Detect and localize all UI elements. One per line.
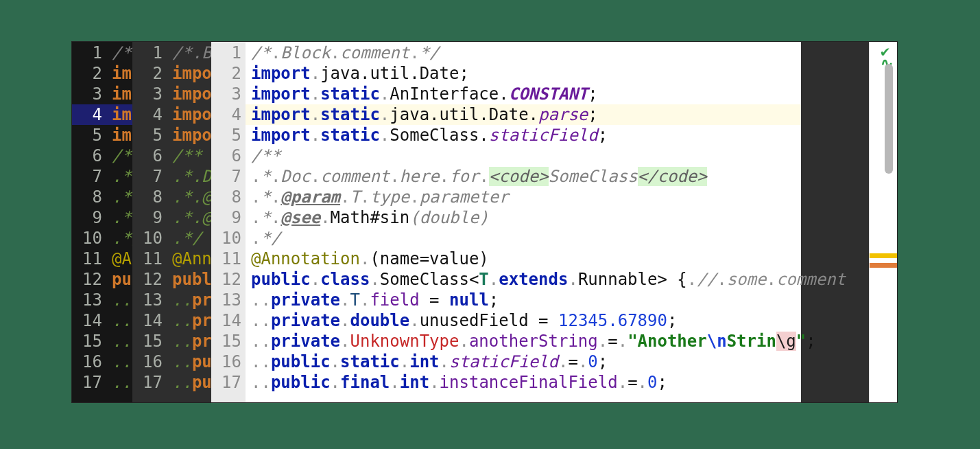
token: . — [340, 311, 350, 330]
code-line[interactable]: .*/ — [246, 228, 801, 249]
marker-error[interactable] — [870, 263, 897, 268]
line-number[interactable]: 12 — [72, 269, 106, 290]
token: .. — [251, 290, 271, 310]
token: = — [420, 290, 449, 310]
line-number[interactable]: 11 — [72, 249, 106, 269]
line-number[interactable]: 5 — [72, 125, 106, 146]
line-number[interactable]: 2 — [72, 63, 106, 84]
line-number[interactable]: 13 — [132, 290, 167, 310]
line-number[interactable]: 8 — [132, 187, 167, 207]
line-number[interactable]: 1 — [132, 43, 167, 63]
code-line[interactable]: import.static.java.util.Date.parse; — [246, 104, 801, 125]
line-number[interactable]: 11 — [132, 249, 167, 269]
line-number[interactable]: 3 — [72, 84, 106, 104]
line-number[interactable]: 15 — [72, 331, 106, 352]
line-number[interactable]: 17 — [132, 372, 167, 393]
code-line[interactable]: ..public.static.int.staticField.=.0; — [246, 352, 801, 372]
token: . — [440, 352, 449, 371]
gutter-peek-1: 1234567891011121314151617 — [72, 42, 106, 402]
token: . — [172, 187, 182, 207]
line-number[interactable]: 17 — [211, 372, 246, 393]
code-line[interactable]: @Annotation.(name=value) — [246, 249, 801, 269]
line-number[interactable]: 7 — [72, 166, 106, 187]
line-number[interactable]: 1 — [72, 43, 106, 63]
editor-main[interactable]: 1234567891011121314151617 /*.Block.comme… — [211, 42, 897, 402]
gutter-main[interactable]: 1234567891011121314151617 — [211, 42, 246, 402]
line-number[interactable]: 4 — [72, 104, 106, 125]
line-number[interactable]: 7 — [132, 166, 167, 187]
code-line[interactable]: .*.@param.T.type.parameter — [246, 187, 801, 207]
line-number[interactable]: 14 — [72, 310, 106, 331]
line-number[interactable]: 13 — [211, 290, 246, 310]
marker-bar[interactable]: ✔∿ — [869, 42, 897, 402]
line-number[interactable]: 6 — [72, 146, 106, 166]
code-line[interactable]: .*.Doc.comment.here.for.<code>SomeClass<… — [246, 166, 801, 187]
token: null — [449, 290, 489, 310]
line-number[interactable]: 12 — [132, 269, 167, 290]
line-number[interactable]: 5 — [211, 125, 246, 146]
token: pr — [192, 332, 212, 351]
line-number[interactable]: 15 — [211, 331, 246, 352]
code-line[interactable]: import.java.util.Date; — [246, 63, 801, 84]
line-number[interactable]: 9 — [211, 207, 246, 228]
line-number[interactable]: 9 — [72, 207, 106, 228]
token: */ — [420, 43, 440, 62]
marker-warning[interactable] — [870, 253, 897, 258]
token: . — [360, 290, 370, 310]
token: . — [311, 105, 320, 124]
token: impo — [172, 64, 212, 83]
token: = — [608, 332, 617, 351]
token: . — [172, 167, 182, 186]
line-number[interactable]: 3 — [211, 84, 246, 104]
code-line[interactable]: import.static.AnInterface.CONSTANT; — [246, 84, 801, 104]
line-number[interactable]: 1 — [211, 43, 246, 63]
scrollbar-thumb[interactable] — [885, 64, 893, 174]
line-number[interactable]: 6 — [132, 146, 167, 166]
token: @Ann — [172, 249, 212, 268]
line-number[interactable]: 4 — [211, 104, 246, 125]
token: // — [697, 270, 717, 289]
token: * — [182, 208, 191, 227]
line-number[interactable]: 14 — [211, 310, 246, 331]
token: .. — [251, 311, 271, 330]
line-number[interactable]: 8 — [72, 187, 106, 207]
code-line[interactable]: .*.@see.Math#sin(double) — [246, 207, 801, 228]
line-number[interactable]: 8 — [211, 187, 246, 207]
line-number[interactable]: 10 — [211, 228, 246, 249]
line-number[interactable]: 9 — [132, 207, 167, 228]
token: . — [598, 332, 608, 351]
code-line[interactable]: /** — [246, 146, 801, 166]
code-line[interactable]: import.static.SomeClass.staticField; — [246, 125, 801, 146]
line-number[interactable]: 2 — [211, 63, 246, 84]
code-line[interactable]: public.class.SomeClass<T.extends.Runnabl… — [246, 269, 801, 290]
editor-frame: 1234567891011121314151617 /*.Bimpoimpoim… — [71, 41, 898, 403]
code-main[interactable]: /*.Block.comment.*/import.java.util.Date… — [246, 42, 801, 402]
line-number[interactable]: 4 — [132, 104, 167, 125]
token: ; — [598, 352, 608, 371]
line-number[interactable]: 6 — [211, 146, 246, 166]
line-number[interactable]: 14 — [132, 310, 167, 331]
line-number[interactable]: 3 — [132, 84, 167, 104]
code-line[interactable]: ..public.final.int.instanceFinalField.=.… — [246, 372, 801, 393]
line-number[interactable]: 13 — [72, 290, 106, 310]
line-number[interactable]: 11 — [211, 249, 246, 269]
line-number[interactable]: 10 — [132, 228, 167, 249]
code-line[interactable]: ..private.double.unusedField = 12345.678… — [246, 310, 801, 331]
line-number[interactable]: 16 — [132, 352, 167, 372]
line-number[interactable]: 15 — [132, 331, 167, 352]
line-number[interactable]: 7 — [211, 166, 246, 187]
line-number[interactable]: 10 — [72, 228, 106, 249]
code-line[interactable]: ..private.UnknownType.anotherString.=."A… — [246, 331, 801, 352]
token: . — [271, 208, 280, 227]
token: . — [311, 64, 320, 83]
token: ; — [588, 84, 597, 104]
line-number[interactable]: 2 — [132, 63, 167, 84]
line-number[interactable]: 16 — [211, 352, 246, 372]
line-number[interactable]: 16 — [72, 352, 106, 372]
code-line[interactable]: ..private.T.field = null; — [246, 290, 801, 310]
line-number[interactable]: 5 — [132, 125, 167, 146]
code-line[interactable]: /*.Block.comment.*/ — [246, 43, 801, 63]
token: SomeClass< — [380, 270, 479, 289]
line-number[interactable]: 12 — [211, 269, 246, 290]
line-number[interactable]: 17 — [72, 372, 106, 393]
